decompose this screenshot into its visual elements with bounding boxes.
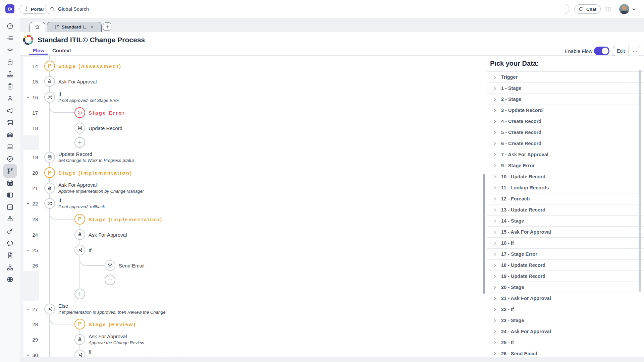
flow-branch-icon[interactable] [6,167,14,175]
data-item-row[interactable]: 18 - Update Record [487,259,644,270]
split-view-icon[interactable] [6,191,14,199]
add-step-button[interactable] [74,137,85,148]
step-label[interactable]: Stage (Review) [89,321,136,328]
chat-bubble-icon[interactable] [6,240,14,247]
app-grid-button[interactable] [605,6,611,12]
add-step-button[interactable] [74,289,85,299]
step-node-stage-error[interactable] [74,107,85,118]
add-step-button[interactable] [105,275,115,285]
chat-button[interactable]: Chat [574,4,601,14]
database-icon[interactable] [6,59,14,66]
data-item-row[interactable]: 5 - Create Record [487,127,644,138]
data-item-row[interactable]: 25 - If [487,337,644,348]
step-label[interactable]: IfIf Review not approved, go back to Imp… [89,348,187,357]
clipboard-icon[interactable] [6,83,14,90]
step-node-approval[interactable] [44,76,55,87]
step-label[interactable]: Ask For Approval [58,78,97,85]
data-item-row[interactable]: 17 - Stage Error [487,248,644,259]
step-node-stage[interactable] [74,214,85,225]
data-item-row[interactable]: 9 - Stage Error [487,160,644,171]
scroll-icon[interactable] [6,119,14,126]
step-label[interactable]: Update RecordSet Change to Work In Progr… [58,150,135,164]
data-item-row[interactable]: 12 - Foreach [487,193,644,204]
step-label[interactable]: Ask For Approval [89,231,127,238]
step-node-else[interactable] [44,304,55,314]
close-icon[interactable] [90,25,94,29]
step-label[interactable]: Update Record [89,125,122,132]
wifi-icon[interactable] [6,47,14,54]
data-item-row[interactable]: 19 - Update Record [487,270,644,282]
user-avatar[interactable] [619,4,629,14]
tab-context[interactable]: Context [52,48,71,53]
home-tab[interactable] [30,22,45,32]
data-item-row[interactable]: 1 - Stage [487,82,644,94]
globe-icon[interactable] [6,276,14,283]
data-item-row[interactable]: 24 - Ask For Approval [487,326,644,337]
lectern-icon[interactable] [6,216,14,223]
step-label[interactable]: Send Email [119,262,145,269]
tab-flow[interactable]: Flow [33,48,44,53]
step-node-stage[interactable] [44,167,55,178]
account-menu-button[interactable] [631,7,637,12]
network-icon[interactable] [6,264,14,271]
step-label[interactable]: ElseIf implementation is approved, then … [58,302,165,315]
data-item-row[interactable]: 20 - Stage [487,282,644,293]
step-label[interactable]: Stage (Implementation) [89,216,163,223]
data-item-row[interactable]: 7 - Ask For Approval [487,149,644,160]
gauge-icon[interactable] [6,22,14,30]
new-tab-button[interactable] [103,22,111,31]
step-node-update-record[interactable] [44,152,55,163]
global-search-input[interactable]: Global Search [45,4,569,14]
data-item-row[interactable]: 2 - Stage [487,94,644,105]
document-icon[interactable] [6,252,14,259]
step-node-if[interactable] [74,245,85,255]
data-item-row[interactable]: 11 - Lookup Records [487,182,644,193]
edit-button[interactable]: Edit [613,46,629,56]
panel-scrollbar[interactable] [639,70,641,292]
data-item-row[interactable]: 3 - Update Record [487,105,644,116]
data-item-row[interactable]: 15 - Ask For Approval [487,226,644,237]
step-node-approval[interactable] [44,183,55,193]
decisions-logo[interactable] [5,4,14,13]
data-item-row[interactable]: 16 - If [487,237,644,248]
step-node-stage[interactable] [74,319,85,329]
sitemap-icon[interactable] [6,71,14,78]
step-node-approval[interactable] [74,229,85,240]
megaphone-icon[interactable] [6,107,14,114]
data-item-row[interactable]: 6 - Create Record [487,138,644,149]
laptop-icon[interactable] [6,143,14,150]
step-node-if[interactable] [44,92,55,103]
flow-canvas[interactable]: 14 Stage (Assessment) 15 Ask For Approva… [20,56,487,357]
data-item-row[interactable]: 22 - If [487,304,644,315]
portal-button[interactable]: Portal [19,5,48,14]
step-label[interactable]: Stage (Assessment) [58,63,121,70]
filter-lines-icon[interactable] [6,35,14,42]
data-item-row[interactable]: 23 - Stage [487,315,644,326]
step-node-if[interactable] [74,350,85,357]
data-item-row[interactable]: 13 - Update Record [487,204,644,215]
check-circle-icon[interactable] [6,155,14,163]
enable-flow-toggle[interactable] [594,47,609,55]
flow-scrollbar[interactable] [483,174,485,294]
step-label[interactable]: Ask For ApprovalApprove the Change Revie… [89,333,144,346]
step-label[interactable]: IfIf not approved, rollback [58,197,105,210]
calendar-icon[interactable] [6,179,14,187]
bar-chart-icon[interactable] [6,203,14,211]
step-label[interactable]: Ask For ApprovalApprove Implemetation by… [58,181,144,194]
step-label[interactable]: IfIf not approved, set Stage Error [58,90,119,104]
step-node-update-record[interactable] [74,123,85,133]
more-options-button[interactable]: ⋯ [629,46,641,56]
key-icon[interactable] [6,228,14,235]
user-icon[interactable] [6,95,14,102]
step-label[interactable]: Stage (Implementation) [58,169,132,176]
step-node-approval[interactable] [74,334,85,345]
data-item-row[interactable]: Trigger [487,71,644,82]
step-node-send-email[interactable] [105,260,115,271]
tab-standard-itil[interactable]: Standard I... [47,22,102,32]
data-item-row[interactable]: 14 - Stage [487,215,644,226]
step-label[interactable]: If [89,247,91,254]
step-node-stage[interactable] [44,61,55,71]
warehouse-icon[interactable] [6,131,14,138]
step-node-if[interactable] [44,198,55,209]
data-item-row[interactable]: 4 - Create Record [487,116,644,127]
